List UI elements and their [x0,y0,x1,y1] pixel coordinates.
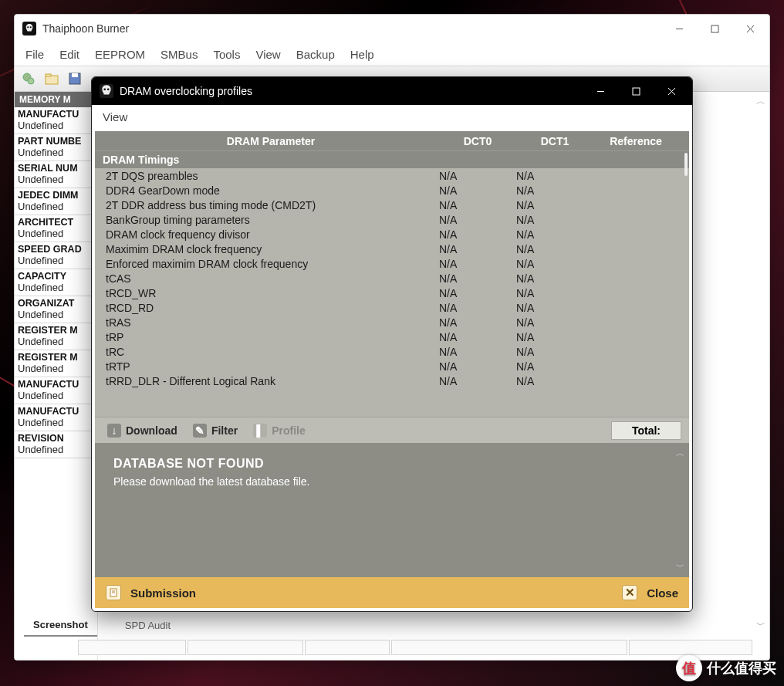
cell-dct1: N/A [516,272,593,285]
table-row[interactable]: tRRD_DLR - Different Logical RankN/AN/A [95,373,689,388]
svg-point-1 [30,26,32,28]
table-row[interactable]: tRASN/AN/A [95,315,689,329]
message-area: DATABASE NOT FOUND Please download the l… [95,443,689,577]
menu-view[interactable]: View [248,45,288,64]
field-value: Undefined [18,390,94,401]
dialog-close-button[interactable] [654,79,689,103]
table-row[interactable]: DRAM clock frequency divisorN/AN/A [95,227,689,242]
submission-icon [106,585,121,600]
cell-param: tRRD_DLR - Different Logical Rank [95,375,439,387]
table-row[interactable]: tCASN/AN/A [95,271,689,286]
field-label: ARCHITECT [18,217,94,228]
table-row[interactable]: 2T DQS preamblesN/AN/A [95,168,689,183]
tab-screenshot[interactable]: Screenshot [24,617,97,637]
menu-file[interactable]: File [18,45,52,64]
table-header: DRAM Parameter DCT0 DCT1 Reference [95,131,689,151]
table-row[interactable]: 2T DDR address bus timing mode (CMD2T)N/… [95,198,689,212]
main-titlebar[interactable]: Thaiphoon Burner [15,15,769,42]
close-button[interactable]: Close [647,586,678,600]
svg-point-13 [107,88,110,90]
cell-dct0: N/A [439,199,516,211]
side-field: CAPACITYUndefined [15,269,97,296]
svg-rect-3 [711,25,718,32]
svg-point-12 [103,88,106,90]
col-header-reference: Reference [593,135,678,147]
field-label: SPEED GRAD [18,244,94,255]
table-row[interactable]: Maximim DRAM clock frequencyN/AN/A [95,242,689,256]
table-row[interactable]: tRCN/AN/A [95,344,689,359]
scroll-down-icon[interactable]: ﹀ [756,619,765,632]
svg-rect-8 [46,76,58,84]
cell-dct0: N/A [439,243,516,255]
cell-dct1: N/A [516,287,593,299]
menu-edit[interactable]: Edit [52,45,87,64]
dialog-menu-view[interactable]: View [96,107,133,127]
cell-dct1: N/A [516,243,593,255]
close-icon[interactable]: ✕ [622,585,637,600]
maximize-button[interactable] [697,17,732,40]
toolbar-save-icon[interactable] [64,69,86,89]
minimize-button[interactable] [661,17,697,40]
app-icon [100,84,113,98]
table-row[interactable]: DDR4 GearDown modeN/AN/A [95,183,689,198]
main-scrollbar[interactable]: ︿ ﹀ [754,92,768,635]
menu-eeprom[interactable]: EEPROM [87,45,153,64]
field-label: MANUFACTU [18,406,94,417]
dialog-minimize-button[interactable] [583,79,618,103]
section-header: MEMORY M [15,92,97,107]
tab-spd-audit[interactable]: SPD Audit [116,617,180,636]
cell-param: Maximim DRAM clock frequency [95,243,439,255]
cell-dct1: N/A [516,214,593,226]
toolbar-gear-icon[interactable] [18,69,39,89]
scroll-thumb[interactable] [684,153,688,176]
table-row[interactable]: Enforced maximim DRAM clock frequencyN/A… [95,256,689,271]
field-value: Undefined [18,363,94,374]
field-value: Undefined [18,228,94,239]
scroll-up-icon[interactable]: ︿ [676,448,684,459]
side-field: MANUFACTUUndefined [15,377,97,404]
cell-dct0: N/A [439,316,516,329]
dialog-body: DRAM Parameter DCT0 DCT1 Reference DRAM … [95,131,689,608]
cell-dct0: N/A [439,184,516,197]
table-row[interactable]: tRCD_RDN/AN/A [95,300,689,315]
cell-param: 2T DDR address bus timing mode (CMD2T) [95,199,439,211]
field-label: REGISTER M [18,352,94,363]
menu-tools[interactable]: Tools [205,45,248,64]
svg-point-7 [28,78,34,84]
dialog-maximize-button[interactable] [618,79,654,103]
table-row[interactable]: tRTPN/AN/A [95,359,689,373]
field-value: Undefined [18,174,94,185]
field-label: REGISTER M [18,325,94,336]
menu-help[interactable]: Help [343,45,382,64]
cell-param: Enforced maximim DRAM clock frequency [95,258,439,270]
toolbar-folder-icon[interactable] [41,69,63,89]
filter-button[interactable]: ✎ Filter [188,422,242,439]
table-row[interactable]: tRPN/AN/A [95,329,689,344]
message-scrollbar[interactable]: ︿ ﹀ [674,448,686,573]
cell-dct1: N/A [516,316,593,329]
scroll-up-icon[interactable]: ︿ [756,95,765,108]
cell-dct0: N/A [439,214,516,226]
col-header-dct1: DCT1 [516,135,593,147]
col-header-param: DRAM Parameter [95,135,439,147]
profile-icon: ▌ [253,424,267,438]
table-body[interactable]: DRAM Timings 2T DQS preamblesN/AN/ADDR4 … [95,151,689,417]
table-row[interactable]: tRCD_WRN/AN/A [95,286,689,300]
submission-button[interactable]: Submission [130,586,196,600]
cell-dct0: N/A [439,346,516,358]
cell-dct0: N/A [439,375,516,387]
menu-smbus[interactable]: SMBus [153,45,205,64]
dialog-titlebar[interactable]: DRAM overclocking profiles [92,77,692,105]
table-row[interactable]: BankGroup timing parametersN/AN/A [95,212,689,227]
download-button[interactable]: ↓ Download [103,422,182,439]
scroll-down-icon[interactable]: ﹀ [676,561,684,573]
message-title: DATABASE NOT FOUND [113,457,671,471]
field-value: Undefined [18,282,94,293]
app-icon [22,22,36,35]
menu-backup[interactable]: Backup [289,45,343,64]
field-value: Undefined [18,255,94,266]
close-button[interactable] [732,17,768,40]
table-scrollbar[interactable] [683,151,688,417]
main-menubar: FileEditEEPROMSMBusToolsViewBackupHelp [15,42,769,66]
bottom-tabs: ScreenshotSPD Audit [24,617,180,637]
